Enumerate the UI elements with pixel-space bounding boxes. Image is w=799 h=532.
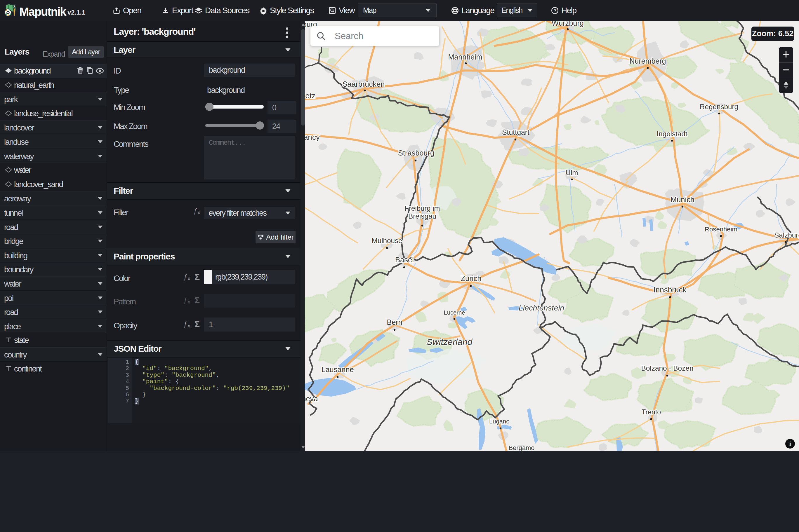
svg-text:Ulm: Ulm (566, 169, 578, 176)
svg-text:Munich: Munich (670, 195, 694, 204)
svg-text:Nancy: Nancy (305, 133, 320, 141)
svg-text:x: x (188, 323, 190, 328)
svg-text:x: x (198, 210, 200, 215)
svg-text:Stuttgart: Stuttgart (502, 128, 529, 136)
svg-text:Zurich: Zurich (461, 274, 482, 283)
svg-text:Switzerland: Switzerland (427, 337, 473, 347)
svg-text:Nuremberg: Nuremberg (630, 57, 666, 65)
svg-text:Rosenheim: Rosenheim (705, 226, 737, 233)
svg-text:Geneva: Geneva (305, 395, 318, 403)
svg-text:Saarbrücken: Saarbrücken (342, 80, 385, 88)
svg-text:Mulhouse: Mulhouse (372, 237, 403, 245)
svg-text:f: f (184, 296, 187, 304)
svg-text:Salzburg: Salzburg (774, 231, 799, 239)
svg-text:Bern: Bern (387, 318, 403, 326)
svg-text:f: f (184, 320, 187, 328)
svg-text:f: f (194, 207, 197, 214)
svg-text:x: x (188, 299, 190, 304)
svg-text:f: f (184, 273, 187, 281)
svg-text:Liechtenstein: Liechtenstein (519, 304, 564, 312)
svg-text:Strasbourg: Strasbourg (398, 149, 434, 157)
svg-text:Metz: Metz (305, 92, 315, 100)
svg-text:Bolzano - Bozen: Bolzano - Bozen (641, 364, 693, 372)
svg-text:Lugano: Lugano (489, 418, 509, 424)
svg-text:Mannheim: Mannheim (448, 53, 482, 61)
svg-text:Regensburg: Regensburg (700, 103, 738, 111)
svg-text:Lausanne: Lausanne (321, 365, 354, 374)
svg-text:Basel: Basel (395, 255, 414, 264)
svg-text:?: ? (554, 8, 556, 13)
svg-text:Bergamo: Bergamo (509, 444, 535, 451)
svg-text:x: x (188, 276, 190, 281)
svg-text:Würzburg: Würzburg (552, 21, 584, 27)
svg-text:Freiburg im: Freiburg im (405, 204, 440, 212)
svg-text:Lucerne: Lucerne (444, 309, 465, 316)
svg-text:Innsbruck: Innsbruck (654, 286, 687, 294)
svg-text:Breisgau: Breisgau (408, 212, 436, 220)
svg-text:Ingolstadt: Ingolstadt (657, 130, 687, 138)
svg-text:Trento: Trento (642, 408, 661, 416)
